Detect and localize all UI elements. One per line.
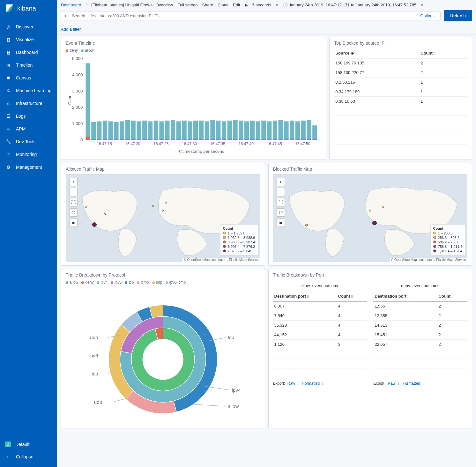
table-row[interactable]: 1,1203 [273, 339, 367, 349]
table-row[interactable]: 158.109.79.1852 [334, 58, 467, 68]
col-port[interactable]: Destination port⇅ [273, 291, 337, 301]
legend-item[interactable]: 1 – 253.6 [433, 231, 462, 235]
nav-apm[interactable]: ≡APM [0, 122, 57, 135]
searchbar[interactable]: >_ Options [61, 11, 441, 20]
nav-infrastructure[interactable]: ⌂Infrastructure [0, 97, 57, 110]
fit-icon[interactable]: ⛶ [277, 198, 285, 206]
nav-visualize[interactable]: ▥Visualize [0, 33, 57, 46]
legend-item[interactable]: 1,011.4 – 1,264 [433, 249, 462, 253]
table-row[interactable]: 35,3284 [273, 320, 367, 330]
legend-allow[interactable]: allow [81, 48, 93, 53]
polygon-icon[interactable]: ⬠ [69, 208, 78, 217]
fit-icon[interactable]: ⛶ [69, 198, 78, 206]
nav-management[interactable]: ⚙Management [0, 161, 57, 174]
refresh-interval[interactable]: 5 seconds [252, 3, 271, 7]
map-point[interactable] [104, 213, 106, 215]
export-formatted-link[interactable]: Formatted ⭳ [403, 381, 425, 386]
nav-discover[interactable]: ◎Discover [0, 20, 57, 33]
export-formatted-link[interactable]: Formatted ⭳ [302, 381, 325, 386]
nav-timelion[interactable]: ◷Timelion [0, 59, 57, 71]
table-row[interactable]: 1,5552 [373, 301, 467, 311]
table-row[interactable]: 7,5404 [273, 311, 367, 320]
options-link[interactable]: Options [420, 13, 435, 18]
col-count[interactable]: Count⇅ [419, 48, 467, 58]
legend-item[interactable]: allow [66, 280, 78, 285]
rectangle-icon[interactable]: ■ [277, 219, 285, 227]
svg-text:udp: udp [90, 335, 98, 340]
time-range[interactable]: 🕒January 24th 2019, 16:47:12.171 to Janu… [283, 3, 417, 7]
legend-item[interactable]: 1,969.8 – 3,938.6 [223, 235, 255, 240]
edit-button[interactable]: Edit [233, 3, 240, 7]
table-row[interactable]: 14,6132 [373, 320, 467, 330]
nav-ml[interactable]: ✲Machine Learning [0, 84, 57, 97]
table-row[interactable]: 158.109.220.772 [334, 68, 467, 78]
zoom-in-icon[interactable]: + [69, 178, 78, 186]
map-point[interactable] [372, 221, 377, 225]
legend-item[interactable]: ipv6-icmp [166, 280, 186, 285]
fullscreen-button[interactable]: Full screen [177, 3, 198, 7]
map-point[interactable] [85, 206, 87, 208]
add-filter-link[interactable]: Add a filter + [61, 27, 84, 32]
next-time-icon[interactable]: > [421, 3, 423, 7]
nav-canvas[interactable]: ▣Canvas [0, 71, 57, 84]
map-point[interactable] [369, 210, 371, 211]
legend-item[interactable]: 758.8 – 1,011.4 [433, 244, 462, 249]
legend-item[interactable]: 3,938.6 – 5,907.4 [223, 240, 255, 244]
table-row[interactable]: 44,1524 [273, 330, 367, 339]
col-count[interactable]: Count⇅ [337, 291, 367, 301]
event-timeline-chart[interactable]: 01,0002,0003,0004,0005,000Count16:47:151… [66, 55, 321, 155]
col-source-ip[interactable]: Source IP⇅ [334, 48, 419, 58]
nav-collapse[interactable]: ←Collapse [0, 450, 57, 463]
table-row[interactable]: 15,4512 [373, 330, 467, 339]
share-button[interactable]: Share [202, 3, 213, 7]
col-port[interactable]: Destination port⇅ [373, 291, 437, 301]
legend-deny[interactable]: deny [66, 48, 78, 53]
nav-logs[interactable]: ☰Logs [0, 110, 57, 122]
legend-item[interactable]: icmp [137, 280, 149, 285]
polygon-icon[interactable]: ⬠ [277, 208, 285, 217]
legend-item[interactable]: tcp [125, 280, 134, 285]
map-point[interactable] [165, 202, 167, 204]
prev-time-icon[interactable]: < [276, 3, 278, 7]
legend-item[interactable]: 5,907.4 – 7,876.2 [223, 244, 255, 249]
col-count[interactable]: Count⇅ [437, 291, 467, 301]
nav-dashboard[interactable]: ▦Dashboard [0, 46, 57, 59]
table-row[interactable]: 0.2.53.2161 [334, 78, 467, 87]
table-row[interactable]: 6,0074 [273, 301, 367, 311]
legend-item[interactable]: 1 – 1,969.8 [223, 231, 255, 235]
nav-default-space[interactable]: DDefault [0, 438, 57, 450]
legend-item[interactable]: udp [152, 280, 162, 285]
map-point[interactable] [162, 210, 164, 211]
nav-monitoring[interactable]: ♡Monitoring [0, 148, 57, 161]
search-input[interactable] [72, 13, 420, 18]
play-icon[interactable]: ▶ [245, 3, 248, 7]
table-row[interactable]: 22,0572 [373, 339, 467, 349]
logo[interactable]: kibana [0, 0, 57, 17]
legend-item[interactable]: 253.6 – 506.2 [433, 235, 462, 240]
breadcrumb-root[interactable]: Dashboard [61, 3, 81, 7]
legend-item[interactable]: deny [81, 280, 93, 285]
zoom-out-icon[interactable]: − [69, 188, 78, 196]
zoom-in-icon[interactable]: + [277, 178, 285, 186]
nav-devtools[interactable]: 🔧Dev Tools [0, 135, 57, 148]
blocked-traffic-map[interactable]: + − ⛶ ⬠ ■ Count 1 – 253.6253.6 – 506.250… [273, 174, 468, 262]
rectangle-icon[interactable]: ■ [69, 219, 78, 227]
map-point[interactable] [92, 222, 97, 227]
legend-item[interactable]: 506.2 – 758.8 [433, 240, 462, 244]
map-point[interactable] [305, 224, 308, 226]
map-point[interactable] [152, 205, 154, 207]
legend-item[interactable]: 7,876.2 – 9,845 [223, 249, 255, 253]
map-point[interactable] [382, 206, 384, 208]
table-row[interactable]: 12,5852 [373, 311, 467, 320]
table-row[interactable]: 0.38.10.631 [334, 97, 467, 106]
allowed-traffic-map[interactable]: + − ⛶ ⬠ ■ Count 1 – 1,969.81,969.8 – 3,9… [66, 174, 260, 262]
export-raw-link[interactable]: Raw ⭳ [287, 381, 300, 386]
export-raw-link[interactable]: Raw ⭳ [388, 381, 400, 386]
protocol-donut-chart[interactable]: tcpipv4allowudptcpipv6udp [66, 286, 260, 424]
zoom-out-icon[interactable]: − [277, 188, 285, 196]
legend-item[interactable]: ipv6 [111, 280, 122, 285]
clone-button[interactable]: Clone [218, 3, 228, 7]
legend-item[interactable]: ipv4 [97, 280, 108, 285]
table-row[interactable]: 0.34.179.1891 [334, 87, 467, 97]
refresh-button[interactable]: Refresh [444, 10, 472, 21]
